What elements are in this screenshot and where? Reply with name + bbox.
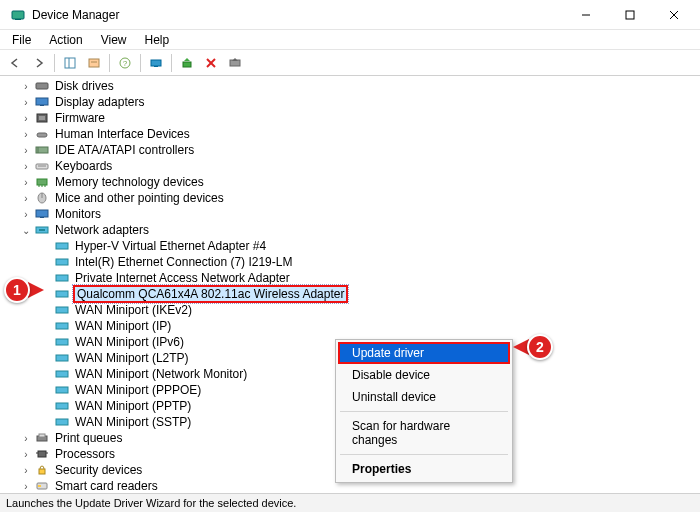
svg-rect-1 (15, 19, 21, 20)
menu-view[interactable]: View (93, 31, 135, 49)
tree-item[interactable]: › Keyboards (8, 158, 700, 174)
svg-rect-13 (154, 66, 158, 67)
monitor-icon (34, 207, 50, 221)
toolbar-separator (109, 54, 110, 72)
tree-item-network-adapters[interactable]: ⌄ Network adapters (8, 222, 700, 238)
disable-button[interactable] (224, 52, 246, 74)
svg-rect-39 (56, 259, 68, 265)
svg-rect-19 (36, 98, 48, 105)
smartcard-icon (34, 479, 50, 493)
uninstall-button[interactable] (200, 52, 222, 74)
toolbar-separator (140, 54, 141, 72)
keyboard-icon (34, 159, 50, 173)
svg-rect-44 (56, 339, 68, 345)
menu-action[interactable]: Action (41, 31, 90, 49)
forward-button[interactable] (28, 52, 50, 74)
annotation-tail (28, 282, 44, 298)
adapter-icon (54, 415, 70, 429)
titlebar: Device Manager (0, 0, 700, 30)
expand-icon[interactable]: › (20, 481, 32, 492)
tree-item[interactable]: › Human Interface Devices (8, 126, 700, 142)
tree-item[interactable]: › Mice and other pointing devices (8, 190, 700, 206)
adapter-icon (54, 367, 70, 381)
svg-rect-47 (56, 387, 68, 393)
adapter-icon (54, 287, 70, 301)
expand-icon[interactable]: › (20, 433, 32, 444)
expand-icon[interactable]: › (20, 81, 32, 92)
update-driver-button[interactable] (176, 52, 198, 74)
toolbar: ? (0, 50, 700, 76)
svg-rect-8 (89, 59, 99, 67)
processor-icon (34, 447, 50, 461)
expand-icon[interactable]: › (20, 129, 32, 140)
collapse-icon[interactable]: ⌄ (20, 225, 32, 236)
firmware-icon (34, 111, 50, 125)
security-icon (34, 463, 50, 477)
tree-item[interactable]: Intel(R) Ethernet Connection (7) I219-LM (8, 254, 700, 270)
svg-rect-35 (40, 217, 44, 218)
expand-icon[interactable]: › (20, 97, 32, 108)
tree-item-qualcomm-adapter[interactable]: Qualcomm QCA61x4A 802.11ac Wireless Adap… (8, 286, 700, 302)
close-button[interactable] (652, 0, 696, 30)
tree-item[interactable]: Private Internet Access Network Adapter (8, 270, 700, 286)
adapter-icon (54, 351, 70, 365)
svg-rect-0 (12, 11, 24, 19)
menubar: File Action View Help (0, 30, 700, 50)
toolbar-separator (54, 54, 55, 72)
expand-icon[interactable]: › (20, 177, 32, 188)
expand-icon[interactable]: › (20, 465, 32, 476)
tree-item[interactable]: › Display adapters (8, 94, 700, 110)
svg-rect-22 (39, 116, 45, 120)
tree-item[interactable]: WAN Miniport (IP) (8, 318, 700, 334)
context-menu-disable[interactable]: Disable device (338, 364, 510, 386)
expand-icon[interactable]: › (20, 449, 32, 460)
tree-item[interactable]: WAN Miniport (IKEv2) (8, 302, 700, 318)
context-menu-uninstall[interactable]: Uninstall device (338, 386, 510, 408)
tree-item[interactable]: › Firmware (8, 110, 700, 126)
adapter-icon (54, 335, 70, 349)
help-button[interactable]: ? (114, 52, 136, 74)
svg-rect-34 (36, 210, 48, 217)
context-menu-separator (340, 454, 508, 455)
menu-file[interactable]: File (4, 31, 39, 49)
svg-rect-42 (56, 307, 68, 313)
expand-icon[interactable]: › (20, 193, 32, 204)
svg-rect-38 (56, 243, 68, 249)
show-hide-button[interactable] (59, 52, 81, 74)
disk-icon (34, 79, 50, 93)
context-menu-separator (340, 411, 508, 412)
svg-rect-3 (626, 11, 634, 19)
statusbar-text: Launches the Update Driver Wizard for th… (6, 497, 296, 509)
back-button[interactable] (4, 52, 26, 74)
context-menu: Update driver Disable device Uninstall d… (335, 339, 513, 483)
minimize-button[interactable] (564, 0, 608, 30)
tree-item[interactable]: Hyper-V Virtual Ethernet Adapter #4 (8, 238, 700, 254)
svg-rect-52 (38, 451, 46, 457)
adapter-icon (54, 239, 70, 253)
svg-text:?: ? (123, 59, 128, 68)
tree-item[interactable]: › Disk drives (8, 78, 700, 94)
expand-icon[interactable]: › (20, 113, 32, 124)
context-menu-scan[interactable]: Scan for hardware changes (338, 415, 510, 451)
svg-rect-6 (65, 58, 75, 68)
svg-rect-41 (56, 291, 68, 297)
app-icon (10, 7, 26, 23)
maximize-button[interactable] (608, 0, 652, 30)
expand-icon[interactable]: › (20, 209, 32, 220)
adapter-icon (54, 399, 70, 413)
tree-item[interactable]: › Memory technology devices (8, 174, 700, 190)
svg-rect-48 (56, 403, 68, 409)
svg-rect-12 (151, 60, 161, 66)
scan-hardware-button[interactable] (145, 52, 167, 74)
tree-item[interactable]: › Monitors (8, 206, 700, 222)
context-menu-properties[interactable]: Properties (338, 458, 510, 480)
properties-button[interactable] (83, 52, 105, 74)
svg-rect-51 (39, 434, 45, 437)
expand-icon[interactable]: › (20, 161, 32, 172)
expand-icon[interactable]: › (20, 145, 32, 156)
context-menu-update-driver[interactable]: Update driver (338, 342, 510, 364)
mouse-icon (34, 191, 50, 205)
menu-help[interactable]: Help (137, 31, 178, 49)
svg-rect-37 (39, 229, 45, 231)
tree-item[interactable]: › IDE ATA/ATAPI controllers (8, 142, 700, 158)
